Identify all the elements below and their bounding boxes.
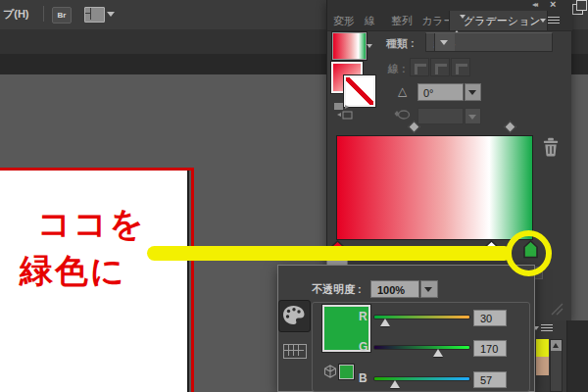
angle-icon: △ [398, 84, 407, 98]
green-slider-thumb[interactable] [433, 349, 443, 357]
aspect-ratio-icon [394, 108, 411, 121]
opacity-label: 不透明度 : [312, 282, 362, 297]
in-gamut-swatch[interactable] [339, 365, 354, 379]
opacity-value-field[interactable]: 100% [370, 280, 419, 298]
panel-resize-grip[interactable] [548, 302, 565, 316]
green-value-field[interactable]: 170 [473, 340, 507, 357]
artboard-edge [187, 171, 189, 392]
blue-slider-label: B [359, 371, 368, 385]
bridge-button[interactable]: Br [52, 7, 72, 24]
reverse-gradient-icon[interactable] [333, 102, 359, 120]
swatches-button[interactable] [283, 344, 307, 359]
aspect-ratio-field[interactable] [417, 108, 464, 124]
dock-scrollbar[interactable] [550, 339, 563, 392]
gradient-slider-bar[interactable] [336, 135, 533, 240]
swatch-tan[interactable] [536, 357, 549, 375]
expand-panels-icon[interactable] [572, 4, 583, 15]
gradient-swatch-thumbnail[interactable] [332, 32, 367, 60]
tab-transform[interactable]: 変形 [333, 11, 355, 30]
annotation-text: ココを 緑色に [20, 200, 145, 294]
panel-group-header: ◂◂ × [327, 0, 572, 11]
gradient-type-dropdown[interactable]: 線形 [425, 32, 553, 52]
angle-field[interactable]: 0° [417, 83, 464, 101]
green-slider-track[interactable] [373, 345, 470, 350]
tab-stroke[interactable]: 線 [365, 11, 375, 30]
annotation-arrow [147, 246, 512, 261]
rectangle-stroke-right [191, 171, 194, 392]
color-mixer-button[interactable] [278, 300, 311, 332]
gradient-type-caret-icon[interactable] [434, 33, 455, 51]
blue-slider-track[interactable] [373, 376, 470, 381]
help-menu[interactable]: プ(H) [3, 7, 29, 22]
opacity-dropdown[interactable] [420, 280, 438, 298]
delete-stop-icon[interactable] [541, 137, 561, 157]
angle-dropdown[interactable] [465, 83, 481, 101]
gradient-midpoint-2[interactable] [504, 121, 516, 133]
red-slider-thumb[interactable] [380, 318, 390, 326]
stroke-options-label: 線 : [388, 62, 406, 76]
panel-menu-icon[interactable] [548, 17, 562, 24]
red-slider-label: R [359, 310, 368, 323]
stroke-across-button[interactable] [451, 58, 470, 76]
app-window: プ(H) Br % スタイル : ドキュメント設定 環境設定 ◂◂ × 変形 線… [0, 0, 588, 392]
panel-cycle-icon[interactable] [454, 15, 466, 34]
panel-tab-row: 変形 線 整列 カラー グラデーション [327, 11, 572, 31]
annotation-circle [506, 230, 552, 276]
docked-panel-sliver [535, 320, 588, 392]
blue-value-field[interactable]: 57 [473, 371, 507, 388]
red-value-field[interactable]: 30 [473, 310, 507, 326]
workspace-icon[interactable] [84, 7, 105, 23]
gradient-type-label: 種類 : [386, 36, 415, 51]
stroke-gradient-buttons [410, 58, 471, 76]
tab-gradient[interactable]: グラデーション [449, 11, 548, 30]
annotation-line1: ココを [37, 200, 145, 247]
dock-panel-menu-icon[interactable] [541, 324, 555, 332]
green-slider-label: G [359, 340, 368, 354]
swatch-strip [535, 320, 567, 392]
stroke-within-button[interactable] [410, 58, 429, 76]
swatch-yellow[interactable] [536, 339, 549, 357]
collapse-dock-icon[interactable]: ◂◂ [532, 0, 536, 9]
close-panel-icon[interactable]: × [550, 0, 556, 10]
annotation-line2: 緑色に [20, 247, 145, 294]
scroll-up-icon[interactable] [551, 340, 562, 351]
workspace-dropdown-caret-icon[interactable] [107, 12, 115, 17]
rectangle-stroke-top [0, 168, 194, 171]
menubar-separator [43, 6, 44, 22]
web-color-cube-icon[interactable] [323, 365, 337, 378]
aspect-ratio-dropdown[interactable] [465, 108, 481, 124]
gradient-swatch-caret-icon[interactable] [367, 44, 372, 48]
gradient-stop-color-popup: 不透明度 : 100% R 30 [277, 265, 535, 392]
blue-slider-thumb[interactable] [390, 380, 400, 388]
tab-gradient-label: グラデーション [464, 15, 541, 26]
tab-align[interactable]: 整列 [391, 11, 413, 30]
stroke-along-button[interactable] [430, 58, 450, 76]
